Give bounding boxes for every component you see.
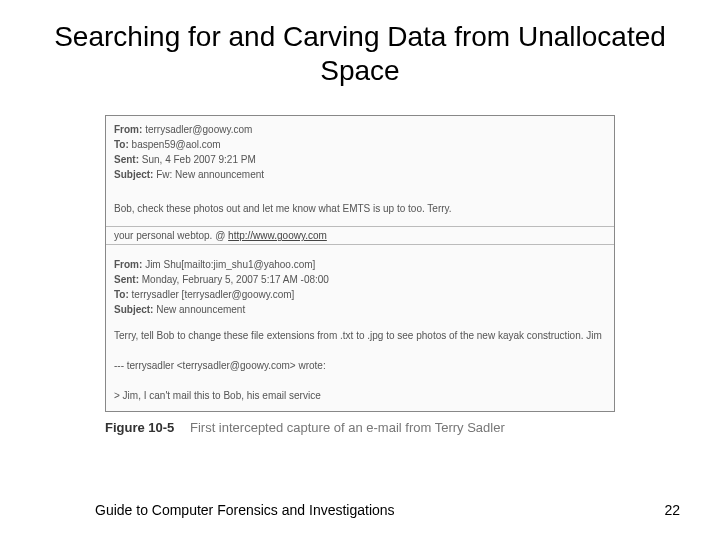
email2-quote-line: > Jim, I can't mail this to Bob, his ema… (114, 385, 606, 407)
footer-left: Guide to Computer Forensics and Investig… (95, 502, 395, 518)
email2-from-row: From: Jim Shu[mailto:jim_shu1@yahoo.com] (114, 257, 606, 272)
email1-to-value: baspen59@aol.com (132, 139, 221, 150)
email1-to-label: To: (114, 139, 129, 150)
email1-subject-label: Subject: (114, 169, 153, 180)
email1-sent-row: Sent: Sun, 4 Feb 2007 9:21 PM (114, 152, 606, 167)
ad-text: your personal webtop. @ (114, 230, 228, 241)
email2-subject-value: New announcement (156, 304, 245, 315)
email1-subject-value: Fw: New announcement (156, 169, 264, 180)
email2-from-label: From: (114, 259, 142, 270)
figure-label: Figure 10-5 (105, 420, 174, 435)
email2-to-label: To: (114, 289, 129, 300)
email2-sent-label: Sent: (114, 274, 139, 285)
email-panel: From: terrysadler@goowy.com To: baspen59… (105, 115, 615, 412)
email2-to-value: terrysadler [terrysadler@goowy.com] (132, 289, 295, 300)
email2-body-text: Terry, tell Bob to change these file ext… (114, 325, 606, 347)
footer: Guide to Computer Forensics and Investig… (0, 502, 720, 518)
email2-sent-value: Monday, February 5, 2007 5:17 AM -08:00 (142, 274, 329, 285)
email1-body-text: Bob, check these photos out and let me k… (114, 198, 606, 220)
email1-from-row: From: terrysadler@goowy.com (114, 122, 606, 137)
email2-to-row: To: terrysadler [terrysadler@goowy.com] (114, 287, 606, 302)
email1-from-label: From: (114, 124, 142, 135)
figure-caption-text: First intercepted capture of an e-mail f… (190, 420, 505, 435)
email1-sent-label: Sent: (114, 154, 139, 165)
email2-from-value: Jim Shu[mailto:jim_shu1@yahoo.com] (145, 259, 315, 270)
email1-body: Bob, check these photos out and let me k… (106, 194, 614, 224)
ad-row: your personal webtop. @ http://www.goowy… (106, 226, 614, 245)
email2-sent-row: Sent: Monday, February 5, 2007 5:17 AM -… (114, 272, 606, 287)
slide-title: Searching for and Carving Data from Unal… (0, 0, 720, 97)
email1-subject-row: Subject: Fw: New announcement (114, 167, 606, 182)
email1-from-value: terrysadler@goowy.com (145, 124, 252, 135)
email2-block: From: Jim Shu[mailto:jim_shu1@yahoo.com]… (106, 253, 614, 411)
email2-quote-attrib: --- terrysadler <terrysadler@goowy.com> … (114, 355, 606, 377)
email2-subject-row: Subject: New announcement (114, 302, 606, 317)
email1-to-row: To: baspen59@aol.com (114, 137, 606, 152)
page-number: 22 (664, 502, 680, 518)
email1-sent-value: Sun, 4 Feb 2007 9:21 PM (142, 154, 256, 165)
ad-link[interactable]: http://www.goowy.com (228, 230, 327, 241)
email2-subject-label: Subject: (114, 304, 153, 315)
email1-header: From: terrysadler@goowy.com To: baspen59… (106, 116, 614, 186)
figure-caption: Figure 10-5 First intercepted capture of… (105, 420, 615, 435)
